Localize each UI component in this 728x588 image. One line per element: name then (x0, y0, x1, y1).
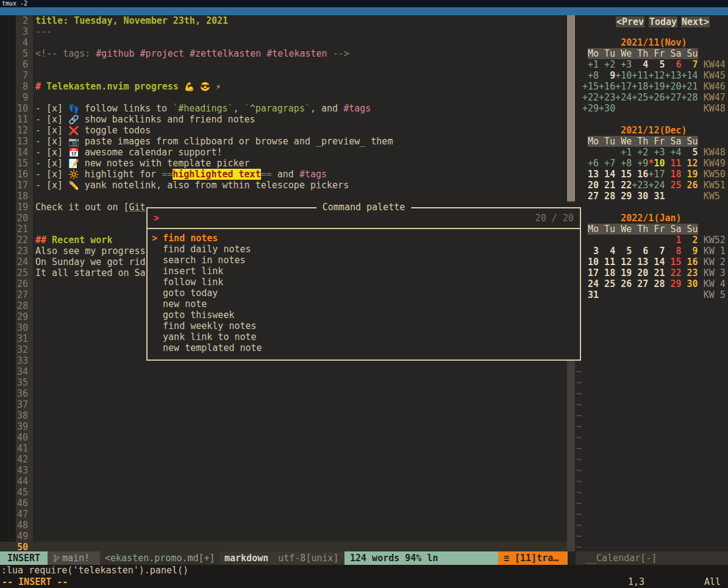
calendar-day[interactable]: +21 (682, 81, 698, 92)
calendar-day[interactable]: 5 (615, 246, 632, 257)
calendar-day[interactable]: 2 (682, 235, 698, 246)
calendar-day[interactable]: 6 (632, 246, 648, 257)
calendar-day[interactable]: 8 (665, 246, 681, 257)
calendar-day[interactable]: +27 (665, 92, 681, 103)
calendar-day[interactable]: +14 (682, 70, 698, 81)
calendar-day[interactable]: +24 (648, 180, 665, 191)
palette-item[interactable]: new note (152, 299, 580, 310)
calendar-day[interactable]: +2 (599, 59, 615, 70)
calendar-day[interactable]: +10 (615, 70, 632, 81)
calendar-day[interactable]: +11 (632, 70, 648, 81)
calendar-day[interactable]: 12 (615, 257, 632, 267)
calendar-day[interactable]: 5 (682, 147, 698, 158)
calendar-day[interactable]: 21 (599, 180, 615, 191)
calendar-day[interactable]: 23 (682, 267, 698, 278)
calendar-day[interactable]: 9 (682, 246, 698, 257)
calendar-day[interactable]: +20 (665, 81, 681, 92)
calendar-day[interactable]: 20 (582, 180, 599, 191)
calendar-day[interactable]: +2 (632, 147, 648, 158)
palette-item[interactable]: insert link (152, 266, 580, 277)
scrollbar-thumb[interactable] (567, 15, 575, 201)
calendar-day[interactable]: +22 (582, 92, 599, 103)
calendar-day[interactable]: 13 (632, 257, 648, 267)
calendar-day[interactable]: +13 (665, 70, 681, 81)
calendar-day[interactable]: 1 (665, 235, 681, 246)
palette-item[interactable]: search in notes (152, 255, 580, 266)
calendar-day[interactable]: 18 (665, 169, 681, 180)
calendar-day[interactable]: +23 (599, 92, 615, 103)
calendar-day[interactable]: +4 (665, 147, 681, 158)
palette-item[interactable]: > find notes (152, 233, 580, 244)
calendar-day[interactable]: 27 (632, 278, 648, 289)
calendar-day[interactable]: +30 (599, 103, 615, 114)
calendar-day[interactable]: +6 (582, 158, 599, 169)
calendar-day[interactable]: +1 (582, 59, 599, 70)
calendar-day[interactable]: 12 (682, 158, 698, 169)
calendar-day[interactable]: 11 (665, 158, 681, 169)
calendar-day[interactable]: +8 (615, 158, 632, 169)
calendar-day[interactable]: +24 (615, 92, 632, 103)
calendar-day[interactable]: +12 (648, 70, 665, 81)
calendar-day[interactable]: +1 (615, 147, 632, 158)
command-line[interactable]: :lua require('telekasten').panel() (0, 565, 728, 576)
calendar-day[interactable]: 17 (582, 267, 599, 278)
palette-item[interactable]: follow link (152, 277, 580, 288)
calendar-day[interactable]: 30 (632, 191, 648, 202)
calendar-day[interactable]: 7 (682, 59, 698, 70)
calendar-day[interactable]: +28 (682, 92, 698, 103)
calendar-day[interactable]: +17 (615, 81, 632, 92)
calendar-day[interactable]: +15 (582, 81, 599, 92)
calendar-day[interactable]: 18 (599, 267, 615, 278)
calendar-day[interactable]: 4 (632, 59, 648, 70)
calendar-day[interactable]: +7 (599, 158, 615, 169)
calendar-day[interactable]: 4 (599, 246, 615, 257)
calendar-day[interactable]: +26 (648, 92, 665, 103)
calendar-day[interactable]: 29 (615, 191, 632, 202)
calendar-day[interactable]: 25 (665, 180, 681, 191)
calendar-day[interactable]: +19 (648, 81, 665, 92)
calendar-day[interactable]: 19 (615, 267, 632, 278)
calendar-day[interactable]: 28 (599, 191, 615, 202)
calendar-day[interactable]: +9 (632, 158, 648, 169)
calendar-day[interactable]: 22 (615, 180, 632, 191)
calendar-day[interactable]: +29 (582, 103, 599, 114)
calendar-day[interactable]: +3 (615, 59, 632, 70)
calendar-day[interactable]: 31 (648, 191, 665, 202)
calendar-day[interactable]: +3 (648, 147, 665, 158)
calendar-day[interactable]: 21 (648, 267, 665, 278)
palette-item[interactable]: goto thisweek (152, 310, 580, 321)
palette-item[interactable]: find weekly notes (152, 321, 580, 331)
palette-item[interactable]: goto today (152, 288, 580, 299)
calendar-day[interactable]: +17 (648, 169, 665, 180)
calendar-day[interactable]: 22 (665, 267, 681, 278)
calendar-day[interactable]: 10 (582, 257, 599, 267)
calendar-day[interactable]: 28 (648, 278, 665, 289)
palette-item[interactable]: find daily notes (152, 244, 580, 255)
palette-item[interactable]: new templated note (152, 342, 580, 353)
calendar-day[interactable]: 6 (665, 59, 681, 70)
calendar-day[interactable]: 30 (682, 278, 698, 289)
calendar-day[interactable]: 3 (582, 246, 599, 257)
calendar-day[interactable]: 5 (648, 59, 665, 70)
calendar-day[interactable]: 31 (582, 289, 599, 300)
calendar-day[interactable]: +18 (632, 81, 648, 92)
calendar-day[interactable]: +8 (582, 70, 599, 81)
calendar-day[interactable]: 15 (665, 257, 681, 267)
calendar-day[interactable]: 7 (648, 246, 665, 257)
calendar-day[interactable]: +25 (632, 92, 648, 103)
calendar-day[interactable]: 26 (682, 180, 698, 191)
calendar-day[interactable]: 26 (615, 278, 632, 289)
calendar-day[interactable]: 15 (615, 169, 632, 180)
calendar-day[interactable]: 11 (599, 257, 615, 267)
calendar-day[interactable]: 13 (582, 169, 599, 180)
calendar-day[interactable]: 27 (582, 191, 599, 202)
calendar-day[interactable]: 10 (654, 158, 665, 169)
calendar-day[interactable]: +16 (599, 81, 615, 92)
calendar-day[interactable]: 24 (582, 278, 599, 289)
calendar-day[interactable]: 20 (632, 267, 648, 278)
calendar-day[interactable]: 14 (599, 169, 615, 180)
calendar-day[interactable]: 19 (682, 169, 698, 180)
calendar-day[interactable]: 16 (682, 257, 698, 267)
calendar-day[interactable]: +23 (632, 180, 648, 191)
calendar-pane[interactable]: <PrevTodayNext> 2021/11(Nov)Mo Tu We Th … (575, 15, 728, 551)
